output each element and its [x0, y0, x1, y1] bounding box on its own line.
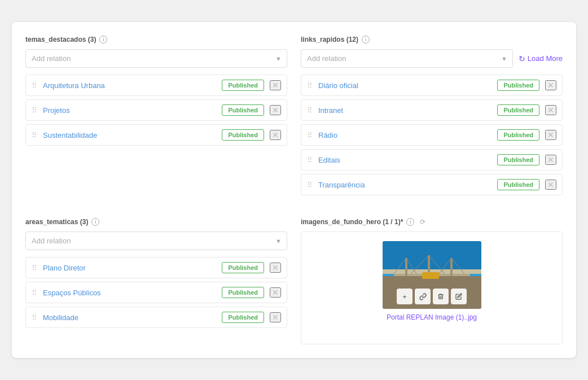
areas-tematicas-info-icon[interactable]: i [91, 218, 99, 226]
bottom-columns: areas_tematicas (3) i Add relation ▼ ⠿ P… [25, 218, 563, 344]
relation-item-name: Arquitetura Urbana [43, 81, 222, 90]
relation-item-name: Transparência [318, 181, 497, 189]
links-rapidos-info-icon[interactable]: i [362, 36, 370, 43]
relation-item: ⠿ Intranet Published ✕ [301, 99, 563, 121]
published-badge: Published [222, 129, 264, 141]
imagens-hero-image-section: + Portal REPLAN Image (1)..jpg [301, 232, 563, 344]
remove-relation-button[interactable]: ✕ [545, 130, 556, 140]
published-badge: Published [222, 104, 264, 116]
relation-item-name: Editais [318, 156, 497, 164]
relation-item: ⠿ Sustentabilidade Published ✕ [25, 124, 287, 146]
drag-handle[interactable]: ⠿ [307, 181, 313, 189]
relation-item-name: Intranet [318, 106, 497, 115]
relation-item-name: Sustentabilidade [43, 131, 222, 139]
image-edit-button[interactable] [451, 289, 467, 304]
relation-item-name: Mobilidade [43, 313, 222, 322]
temas-destacados-list: ⠿ Arquitetura Urbana Published ✕ ⠿ Proje… [25, 75, 287, 146]
published-badge: Published [222, 80, 264, 91]
refresh-icon: ↻ [519, 54, 525, 63]
relation-item: ⠿ Espaços Públicos Published ✕ [25, 282, 287, 303]
drag-handle[interactable]: ⠿ [307, 106, 313, 115]
drag-handle[interactable]: ⠿ [307, 131, 313, 139]
remove-relation-button[interactable]: ✕ [270, 287, 281, 298]
image-delete-button[interactable] [433, 289, 449, 304]
remove-relation-button[interactable]: ✕ [270, 80, 281, 90]
imagens-hero-sync-icon: ⟳ [420, 218, 425, 226]
imagens-hero-title: imagens_de_fundo_hero (1 / 1)* [301, 218, 403, 226]
relation-item-name: Plano Diretor [43, 264, 222, 272]
links-rapidos-section: links_rapidos (12) i Add relation ▼ ↻ Lo… [301, 36, 563, 195]
svg-rect-4 [405, 258, 407, 276]
published-badge: Published [497, 104, 539, 116]
drag-handle[interactable]: ⠿ [32, 313, 37, 322]
remove-relation-button[interactable]: ✕ [545, 155, 556, 165]
published-badge: Published [222, 262, 264, 273]
relation-item: ⠿ Plano Diretor Published ✕ [25, 257, 287, 278]
drag-handle[interactable]: ⠿ [32, 106, 37, 115]
areas-tematicas-list: ⠿ Plano Diretor Published ✕ ⠿ Espaços Pú… [25, 257, 287, 328]
top-columns: temas_destacados (3) i Add relation ▼ ⠿ … [25, 36, 563, 204]
temas-destacados-info-icon[interactable]: i [99, 36, 107, 43]
areas-tematicas-title: areas_tematicas (3) [25, 218, 88, 226]
temas-destacados-add-select[interactable]: Add relation [25, 49, 287, 68]
imagens-hero-header: imagens_de_fundo_hero (1 / 1)* i ⟳ [301, 218, 563, 226]
links-rapidos-header: links_rapidos (12) i [301, 36, 563, 43]
published-badge: Published [222, 287, 264, 298]
image-link-button[interactable] [415, 289, 431, 304]
svg-rect-6 [450, 258, 453, 276]
image-toolbar: + [397, 289, 467, 304]
published-badge: Published [497, 154, 539, 165]
published-badge: Published [497, 179, 539, 190]
relation-item: ⠿ Rádio Published ✕ [301, 124, 563, 146]
relation-item-name: Rádio [318, 131, 497, 139]
remove-relation-button[interactable]: ✕ [545, 105, 556, 115]
remove-relation-button[interactable]: ✕ [545, 80, 556, 90]
links-rapidos-add-select[interactable]: Add relation [301, 49, 513, 68]
image-add-button[interactable]: + [397, 289, 413, 304]
relation-item: ⠿ Diário oficial Published ✕ [301, 75, 563, 96]
relation-item-name: Diário oficial [318, 81, 497, 90]
relation-item-name: Espaços Públicos [43, 289, 222, 297]
relation-item: ⠿ Editais Published ✕ [301, 149, 563, 171]
links-rapidos-add-wrapper: Add relation ▼ [301, 49, 513, 68]
remove-relation-button[interactable]: ✕ [270, 105, 281, 115]
svg-rect-0 [383, 241, 481, 272]
relation-item-name: Projetos [43, 106, 222, 115]
relation-item: ⠿ Mobilidade Published ✕ [25, 307, 287, 328]
drag-handle[interactable]: ⠿ [32, 81, 37, 90]
areas-tematicas-add-select[interactable]: Add relation [25, 232, 287, 250]
remove-relation-button[interactable]: ✕ [270, 130, 281, 140]
remove-relation-button[interactable]: ✕ [545, 180, 556, 190]
areas-tematicas-section: areas_tematicas (3) i Add relation ▼ ⠿ P… [25, 218, 287, 344]
drag-handle[interactable]: ⠿ [32, 289, 37, 297]
published-badge: Published [222, 312, 264, 323]
imagens-hero-section: imagens_de_fundo_hero (1 / 1)* i ⟳ [301, 218, 563, 344]
areas-tematicas-header: areas_tematicas (3) i [25, 218, 287, 226]
remove-relation-button[interactable]: ✕ [270, 263, 281, 273]
load-more-button[interactable]: ↻ Load More [519, 54, 563, 63]
areas-tematicas-add-wrapper: Add relation ▼ [25, 232, 287, 250]
load-more-label: Load More [528, 54, 563, 63]
temas-destacados-section: temas_destacados (3) i Add relation ▼ ⠿ … [25, 36, 287, 195]
temas-destacados-add-wrapper: Add relation ▼ [25, 49, 287, 68]
links-rapidos-title: links_rapidos (12) [301, 36, 358, 43]
relation-item: ⠿ Arquitetura Urbana Published ✕ [25, 75, 287, 96]
drag-handle[interactable]: ⠿ [32, 131, 37, 139]
relation-item: ⠿ Transparência Published ✕ [301, 174, 563, 195]
drag-handle[interactable]: ⠿ [307, 81, 313, 90]
image-thumb-wrapper: + [383, 241, 481, 309]
svg-rect-14 [422, 272, 439, 279]
drag-handle[interactable]: ⠿ [32, 264, 37, 272]
relation-item: ⠿ Projetos Published ✕ [25, 99, 287, 121]
drag-handle[interactable]: ⠿ [307, 156, 313, 164]
temas-destacados-header: temas_destacados (3) i [25, 36, 287, 43]
published-badge: Published [497, 129, 539, 141]
image-caption: Portal REPLAN Image (1)..jpg [387, 313, 477, 321]
main-card: temas_destacados (3) i Add relation ▼ ⠿ … [12, 22, 576, 358]
remove-relation-button[interactable]: ✕ [270, 312, 281, 322]
imagens-hero-info-icon[interactable]: i [406, 218, 414, 226]
links-rapidos-list: ⠿ Diário oficial Published ✕ ⠿ Intranet … [301, 75, 563, 195]
temas-destacados-title: temas_destacados (3) [25, 36, 96, 43]
published-badge: Published [497, 80, 539, 91]
